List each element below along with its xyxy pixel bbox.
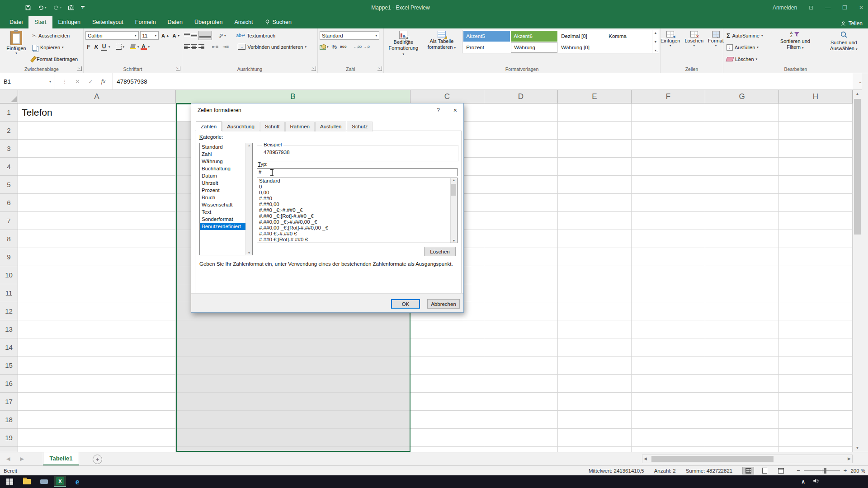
cell-B14[interactable] [176,338,410,357]
cell-F1[interactable] [632,103,705,122]
style-Prozent[interactable]: Prozent [463,42,510,53]
cell-A14[interactable] [18,338,176,357]
cell-E8[interactable] [558,230,632,248]
cell-F19[interactable] [632,429,705,447]
format-option[interactable]: 0,00 [257,190,457,196]
format-cells-button[interactable]: ↔ Format▾ [706,30,726,48]
cell-F14[interactable] [632,338,705,357]
cell-D2[interactable] [484,122,558,140]
decrease-decimal-icon[interactable]: →,0 [363,45,370,49]
cell-C15[interactable] [410,357,484,375]
cell-A19[interactable] [18,429,176,447]
next-sheet-icon[interactable]: ▶ [20,456,24,462]
category-Buchhaltung[interactable]: Buchhaltung [200,165,252,172]
cell-E5[interactable] [558,176,632,194]
select-all-corner[interactable] [0,90,18,103]
row-header-20[interactable] [0,447,18,452]
row-header-17[interactable]: 17 [0,393,18,411]
cell-D13[interactable] [484,320,558,338]
row-header-2[interactable]: 2 [0,122,18,140]
format-scroll-thumb[interactable] [451,184,456,196]
cell-D10[interactable] [484,266,558,284]
cell-G18[interactable] [705,411,779,429]
cell-G6[interactable] [705,194,779,212]
cell-D16[interactable] [484,375,558,393]
format-option[interactable]: #.##0,00 [257,202,457,207]
cancel-entry-icon[interactable]: ✕ [75,78,80,85]
cell-D14[interactable] [484,338,558,357]
cell-A13[interactable] [18,320,176,338]
cell-D20[interactable] [484,447,558,452]
cell-F6[interactable] [632,194,705,212]
cell-H1[interactable] [779,103,853,122]
cell-E2[interactable] [558,122,632,140]
cell-D8[interactable] [484,230,558,248]
cell-H15[interactable] [779,357,853,375]
cell-A17[interactable] [18,393,176,411]
cell-A5[interactable] [18,176,176,194]
tray-expand-icon[interactable]: ∧ [801,479,805,485]
cell-F2[interactable] [632,122,705,140]
scroll-left-icon[interactable]: ◀ [644,456,647,461]
prev-sheet-icon[interactable]: ◀ [6,456,10,462]
accounting-format-icon[interactable] [320,44,326,49]
format-option[interactable]: #.##0 _€;-#.##0 _€ [257,207,457,213]
column-header-D[interactable]: D [484,90,558,103]
align-center-icon[interactable] [191,44,197,50]
cell-C17[interactable] [410,393,484,411]
cell-A4[interactable] [18,158,176,176]
type-input[interactable]: # [257,168,458,176]
cell-E20[interactable] [558,447,632,452]
underline-button[interactable]: U [101,43,107,51]
cell-E15[interactable] [558,357,632,375]
cell-H9[interactable] [779,248,853,266]
scroll-right-icon[interactable]: ▶ [848,456,851,461]
cell-G3[interactable] [705,140,779,158]
column-header-H[interactable]: H [779,90,853,103]
cell-C13[interactable] [410,320,484,338]
horizontal-scroll-thumb[interactable] [651,456,774,462]
zoom-slider-thumb[interactable] [824,468,826,474]
insert-cells-button[interactable]: ◂ Einfügen▾ [659,30,682,48]
align-left-icon[interactable] [184,44,190,50]
cell-F18[interactable] [632,411,705,429]
restore-button[interactable]: ❐ [842,5,847,11]
cell-B16[interactable] [176,375,410,393]
cell-H5[interactable] [779,176,853,194]
cell-A9[interactable] [18,248,176,266]
copy-button[interactable]: Kopieren ▾ [31,42,79,53]
vertical-scrollbar[interactable]: ▲ ▼ [853,90,862,452]
cell-F7[interactable] [632,212,705,230]
cell-H14[interactable] [779,338,853,357]
cell-D1[interactable] [484,103,558,122]
cell-D18[interactable] [484,411,558,429]
cell-F3[interactable] [632,140,705,158]
cell-F8[interactable] [632,230,705,248]
cell-F15[interactable] [632,357,705,375]
format-painter-button[interactable]: Format übertragen [31,53,79,65]
row-header-19[interactable]: 19 [0,429,18,447]
cell-E3[interactable] [558,140,632,158]
cell-B15[interactable] [176,357,410,375]
ribbon-display-options-icon[interactable]: ⊡ [809,5,813,11]
dialog-tab-Ausrichtung[interactable]: Ausrichtung [222,122,259,131]
delete-cells-button[interactable]: × Löschen▾ [683,30,706,48]
row-header-16[interactable]: 16 [0,375,18,393]
column-header-E[interactable]: E [558,90,632,103]
cell-H19[interactable] [779,429,853,447]
dialog-tab-Rahmen[interactable]: Rahmen [285,122,315,131]
row-header-3[interactable]: 3 [0,140,18,158]
style-Komma[interactable]: Komma [606,31,652,42]
cell-D4[interactable] [484,158,558,176]
cell-E17[interactable] [558,393,632,411]
row-header-15[interactable]: 15 [0,357,18,375]
format-option[interactable]: #.##0 _€;[Rot]-#.##0 _€ [257,213,457,219]
category-Uhrzeit[interactable]: Uhrzeit [200,179,252,187]
scroll-down-icon[interactable]: ▼ [853,446,862,450]
dialog-help-icon[interactable]: ? [437,107,440,113]
cell-H7[interactable] [779,212,853,230]
cell-F5[interactable] [632,176,705,194]
cell-H4[interactable] [779,158,853,176]
cell-E7[interactable] [558,212,632,230]
gallery-down-icon[interactable]: ▼ [654,40,657,43]
